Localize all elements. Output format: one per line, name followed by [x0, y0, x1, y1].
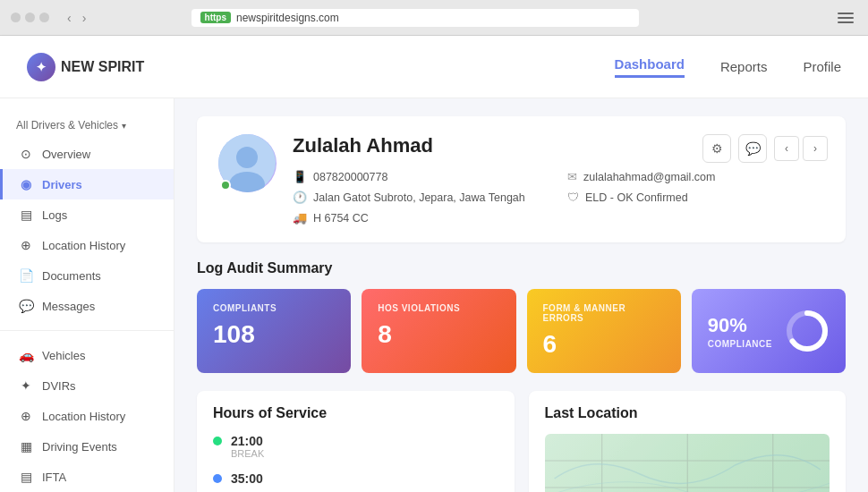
sidebar-item-drivers[interactable]: ◉ Drivers [0, 169, 174, 199]
compliance-donut [785, 309, 830, 353]
sidebar-item-label: Documents [42, 269, 101, 283]
address-bar[interactable]: https newspiritdesigns.com [191, 9, 639, 27]
logo: ✦ NEW SPIRIT [27, 53, 144, 81]
audit-section: Log Audit Summary COMPLIANTS 108 HOS VIO… [197, 260, 846, 373]
shield-icon: 🛡 [567, 191, 579, 204]
nav-profile[interactable]: Profile [803, 59, 841, 74]
nav-dashboard[interactable]: Dashboard [615, 56, 685, 78]
sidebar: All Drivers & Vehicles ▾ ⊙ Overview ◉ Dr… [0, 98, 174, 492]
sidebar-item-label: Drivers [42, 178, 82, 191]
compliants-value: 108 [213, 320, 335, 349]
audit-card-hos: HOS VIOLATIONS 8 [362, 289, 515, 373]
online-indicator [220, 180, 231, 191]
hos-card: Hours of Service 21:00 BREAK 35:00 [197, 391, 515, 492]
sidebar-item-label: Overview [42, 148, 90, 161]
sidebar-divider [0, 330, 174, 331]
browser-nav: ‹ › [64, 9, 89, 27]
driving-events-icon: ▦ [19, 439, 33, 454]
nav-reports[interactable]: Reports [720, 59, 768, 74]
main-layout: All Drivers & Vehicles ▾ ⊙ Overview ◉ Dr… [0, 98, 868, 492]
hos-value: 8 [378, 320, 499, 349]
hos-label: HOS VIOLATIONS [378, 303, 499, 313]
chat-button[interactable]: 💬 [738, 134, 767, 163]
compliance-info: 90% COMPLIANCE [708, 314, 772, 349]
sidebar-item-messages[interactable]: 💬 Messages [0, 291, 174, 321]
vehicle-value: H 6754 CC [313, 212, 369, 225]
audit-title: Log Audit Summary [197, 260, 846, 276]
sidebar-item-driving-events[interactable]: ▦ Driving Events [0, 431, 174, 462]
sidebar-item-label: Messages [42, 300, 95, 313]
hos-value-break: 21:00 [231, 434, 263, 448]
compliance-pct: 90% [708, 314, 772, 337]
profile-meta: 📱 087820000778 ✉ zulalahahmad@gmail.com … [293, 170, 824, 225]
sidebar-item-label: Logs [42, 208, 67, 222]
forward-button[interactable]: › [79, 9, 90, 27]
dot-green [39, 13, 49, 22]
sidebar-item-dvirs[interactable]: ✦ DVIRs [0, 370, 174, 401]
top-nav: ✦ NEW SPIRIT Dashboard Reports Profile [0, 36, 868, 98]
form-label: FORM & MANNER ERRORS [543, 303, 665, 323]
browser-dots [11, 13, 49, 22]
bottom-section: Hours of Service 21:00 BREAK 35:00 [197, 391, 846, 492]
back-button[interactable]: ‹ [64, 9, 75, 27]
main-content: Zulalah Ahmad 📱 087820000778 ✉ zulalahah… [174, 98, 868, 492]
audit-card-compliance: 90% COMPLIANCE [692, 289, 846, 373]
sidebar-item-location-history[interactable]: ⊕ Location History [0, 230, 174, 260]
address-icon: 🕐 [293, 191, 307, 204]
sidebar-item-vehicles[interactable]: 🚗 Vehicles [0, 340, 174, 370]
settings-button[interactable]: ⚙ [702, 134, 731, 163]
location2-icon: ⊕ [19, 409, 33, 423]
avatar-wrap [218, 134, 277, 192]
logo-icon: ✦ [27, 53, 55, 81]
audit-cards: COMPLIANTS 108 HOS VIOLATIONS 8 FORM & M… [197, 289, 846, 373]
hos-item-drive: 35:00 [213, 471, 498, 486]
email-icon: ✉ [567, 170, 577, 183]
eld-value: ELD - OK Confirmed [585, 191, 688, 204]
profile-vehicle: 🚚 H 6754 CC [293, 211, 549, 225]
browser-chrome: ‹ › https newspiritdesigns.com [0, 0, 868, 36]
hos-title: Hours of Service [213, 405, 498, 421]
hos-dot-drive [213, 474, 222, 483]
sidebar-item-logs[interactable]: ▤ Logs [0, 199, 174, 230]
hos-dot-break [213, 437, 222, 445]
sidebar-filter[interactable]: All Drivers & Vehicles ▾ [0, 112, 174, 139]
browser-menu-icon[interactable] [834, 9, 857, 27]
profile-eld: 🛡 ELD - OK Confirmed [567, 191, 824, 204]
phone-icon: 📱 [293, 170, 307, 183]
url-text: newspiritdesigns.com [236, 12, 339, 24]
vehicles-icon: 🚗 [19, 348, 33, 362]
sidebar-item-location-history-2[interactable]: ⊕ Location History [0, 401, 174, 431]
audit-card-form: FORM & MANNER ERRORS 6 [527, 289, 681, 373]
https-badge: https [200, 12, 231, 23]
sidebar-item-overview[interactable]: ⊙ Overview [0, 139, 174, 169]
hos-item-break: 21:00 BREAK [213, 434, 498, 459]
nav-links: Dashboard Reports Profile [615, 56, 841, 78]
ifta-icon: ▤ [19, 470, 33, 484]
compliants-label: COMPLIANTS [213, 303, 335, 313]
chevron-down-icon: ▾ [122, 121, 126, 131]
truck-icon: 🚚 [293, 211, 307, 225]
email-value: zulalahahmad@gmail.com [583, 171, 715, 183]
next-button[interactable]: › [803, 136, 828, 161]
sidebar-item-label: Vehicles [42, 349, 85, 362]
location-title: Last Location [545, 405, 830, 421]
profile-action-bar: ⚙ 💬 ‹ › [702, 134, 828, 163]
logs-icon: ▤ [19, 208, 33, 222]
sidebar-item-label: Location History [42, 410, 125, 423]
prev-button[interactable]: ‹ [774, 136, 799, 161]
profile-phone: 📱 087820000778 [293, 170, 549, 183]
map-placeholder [545, 434, 830, 492]
sidebar-item-label: Location History [42, 239, 125, 252]
drivers-icon: ◉ [19, 177, 33, 191]
logo-text: NEW SPIRIT [61, 59, 144, 75]
profile-address: 🕐 Jalan Gatot Subroto, Jepara, Jawa Teng… [293, 191, 549, 204]
sidebar-item-documents[interactable]: 📄 Documents [0, 260, 174, 291]
phone-value: 087820000778 [313, 171, 387, 183]
compliance-label: COMPLIANCE [708, 339, 772, 349]
hos-value-drive: 35:00 [231, 471, 263, 486]
location-icon: ⊕ [19, 238, 33, 252]
sidebar-item-label: DVIRs [42, 379, 76, 393]
messages-icon: 💬 [19, 299, 33, 313]
address-value: Jalan Gatot Subroto, Jepara, Jawa Tengah [313, 191, 525, 204]
sidebar-item-ifta[interactable]: ▤ IFTA [0, 462, 174, 492]
